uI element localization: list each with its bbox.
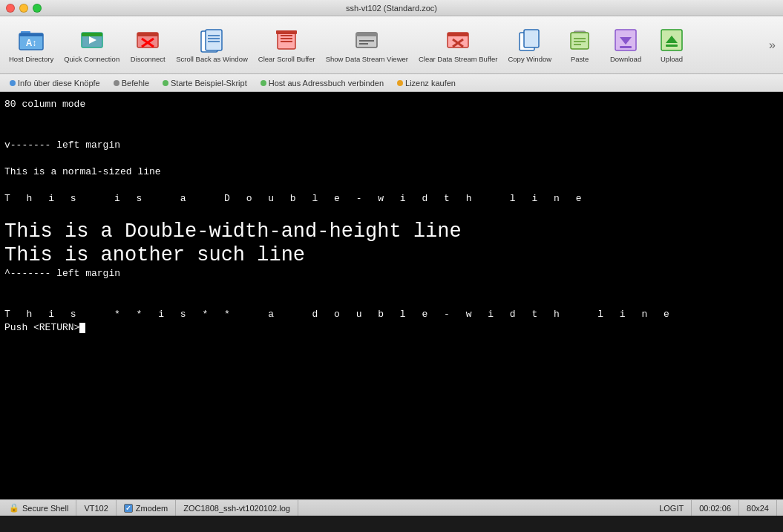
toolbar-clear-scroll[interactable]: Clear Scroll Buffer [254,20,320,70]
bookmark-info[interactable]: Info über diese Knöpfe [4,77,105,89]
terminal-line-left-margin: v------- left margin [4,139,779,152]
status-vt102: VT102 [76,500,116,516]
bookmark-info-label: Info über diese Knöpfe [18,79,100,88]
status-bar: 🔒 Secure Shell VT102 Zmodem ZOC1808_ssh-… [0,499,783,516]
svg-rect-22 [356,33,377,36]
scroll-back-icon [198,27,225,53]
toolbar-show-stream[interactable]: Show Data Stream Viewer [321,20,413,70]
svg-rect-2 [19,33,43,36]
bookmark-lizenz-label: Lizenz kaufen [405,79,456,88]
status-log-file: ZOC1808_ssh-vt1020102.log [176,500,298,516]
status-logit: LOGIT [652,500,692,516]
window-title: ssh-vt102 (Standard.zoc) [346,4,437,13]
scroll-back-label: Scroll Back as Window [176,55,248,63]
svg-rect-38 [620,46,632,48]
toolbar-clear-stream[interactable]: Clear Data Stream Buffer [414,20,502,70]
toolbar: A↕ Host Directory Quick Connection Disco… [0,16,783,74]
toolbar-scroll-back[interactable]: Scroll Back as Window [171,20,252,70]
terminal-line-push-return: Push <RETURN> [4,321,779,335]
terminal-line-blank1 [4,111,779,125]
svg-rect-26 [448,33,468,36]
toolbar-copy-window[interactable]: Copy Window [503,20,556,70]
bookmark-host-label: Host aus Adressbuch verbinden [269,79,384,88]
toolbar-host-directory[interactable]: A↕ Host Directory [4,20,58,70]
bookmark-lizenz[interactable]: Lizenz kaufen [392,77,461,89]
toolbar-download[interactable]: Download [603,20,648,70]
bookmark-dot-befehle [114,80,119,86]
title-bar: ssh-vt102 (Standard.zoc) [0,0,783,16]
show-stream-label: Show Data Stream Viewer [326,55,408,63]
maximize-button[interactable] [33,4,42,13]
svg-rect-32 [571,33,589,49]
copy-window-icon [517,27,543,53]
bookmark-dot-lizenz [397,80,403,86]
minimize-button[interactable] [19,4,28,13]
show-stream-icon [353,27,380,53]
host-directory-icon: A↕ [18,27,45,53]
svg-rect-12 [206,30,222,50]
clear-scroll-label: Clear Scroll Buffer [258,55,315,63]
host-directory-label: Host Directory [9,55,53,63]
clear-scroll-icon [273,27,300,53]
status-secure-shell: 🔒 Secure Shell [6,500,76,516]
bookmark-dot-info [10,80,16,86]
toolbar-paste[interactable]: Paste [557,20,602,70]
bookmark-dot-host [261,80,266,86]
svg-rect-8 [137,33,158,36]
svg-rect-30 [524,30,539,47]
upload-icon [658,27,685,53]
terminal-line-col-mode: 80 column mode [4,98,779,111]
terminal-line-double-width-height: This is a Double-width-and-height line [4,220,779,243]
bookmark-script-label: Starte Beispiel-Skript [171,79,247,88]
bookmark-befehle-label: Befehle [122,79,149,88]
bookmark-dot-script [163,80,168,86]
quick-connection-icon [79,27,105,53]
upload-label: Upload [661,55,683,63]
toolbar-overflow[interactable]: » [766,36,779,55]
svg-rect-41 [666,45,678,47]
copy-window-label: Copy Window [508,55,551,63]
status-time: 00:02:06 [692,500,739,516]
toolbar-disconnect[interactable]: Disconnect [125,20,170,70]
bookmark-befehle[interactable]: Befehle [108,77,154,89]
terminal[interactable]: 80 column mode v------- left margin This… [0,92,783,499]
svg-text:A↕: A↕ [26,38,37,48]
terminal-line-blank3 [4,152,779,165]
paste-label: Paste [571,55,589,63]
quick-connection-label: Quick Connection [64,55,119,63]
terminal-cursor [79,323,85,333]
terminal-line-another: This is another such line [4,243,779,267]
terminal-line-blank2 [4,125,779,138]
bookmark-start-script[interactable]: Starte Beispiel-Skript [157,77,252,89]
terminal-line-normal: This is a normal-sized line [4,165,779,179]
status-dimensions: 80x24 [739,500,777,516]
bookmarks-bar: Info über diese Knöpfe Befehle Starte Be… [0,74,783,92]
download-icon [612,27,639,53]
download-label: Download [610,55,641,63]
terminal-line-blank9 [4,295,779,308]
status-zmodem-checkbox[interactable] [124,504,133,513]
toolbar-quick-connection[interactable]: Quick Connection [59,20,124,70]
terminal-line-blank4 [4,179,779,192]
clear-stream-icon [445,27,471,53]
clear-stream-label: Clear Data Stream Buffer [419,55,497,63]
disconnect-label: Disconnect [131,55,166,63]
terminal-line-caret-margin: ^------- left margin [4,267,779,280]
svg-rect-6 [82,33,102,36]
paste-icon [566,27,593,53]
terminal-line-blank5 [4,206,779,220]
toolbar-upload[interactable]: Upload [649,20,694,70]
bookmark-host-adressbuch[interactable]: Host aus Adressbuch verbinden [255,77,389,89]
close-button[interactable] [6,4,15,13]
svg-rect-20 [276,30,297,34]
terminal-line-blank8 [4,281,779,295]
disconnect-icon [134,27,161,53]
terminal-line-double-width: T h i s i s a D o u b l e - w i d t h l … [4,192,779,206]
window-controls[interactable] [6,4,42,13]
terminal-line-dw2: T h i s * * i s * * a d o u b l e - w i … [4,308,779,321]
status-zmodem: Zmodem [117,500,176,516]
